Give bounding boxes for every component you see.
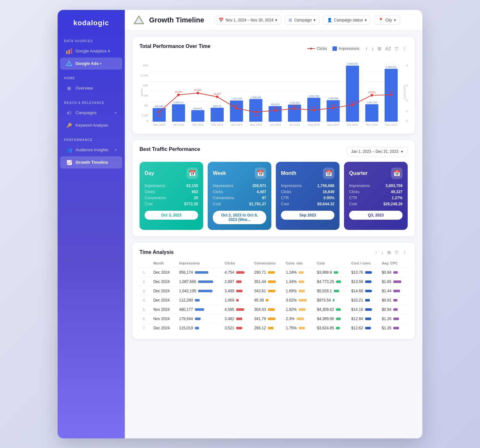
time-analysis-table-container: Month Impressions Clicks Conversions Con… [140, 259, 408, 333]
quarter-impressions-row: Impressions 3,893,759 [349, 184, 403, 188]
row-conversions: 342.61 [251, 286, 283, 295]
campaign-filter-label: Campaign [294, 18, 312, 22]
row-impressions: 1,042,195 [176, 286, 221, 295]
col-cost[interactable]: Cost [314, 259, 348, 268]
sidebar-item-keyword[interactable]: 🔑 Keyword Analysis [60, 119, 122, 131]
day-conversions-row: Conversions 20 [145, 196, 198, 200]
col-avg-cpc[interactable]: Avg. CPC [379, 259, 408, 268]
col-conversions[interactable]: Conversions [251, 259, 283, 268]
row-num: 7. [140, 323, 150, 333]
table-header-row: Month Impressions Clicks Conversions Con… [140, 259, 408, 268]
sidebar-item-audience-label: Audience Insights [76, 147, 112, 152]
time-analysis-table: Month Impressions Clicks Conversions Con… [140, 259, 408, 333]
ta-table-btn[interactable]: ⊞ [386, 249, 392, 255]
page-header: Growth Timeline 📅 Nov 1, 2024 – Nov 30, … [125, 10, 422, 31]
svg-text:0: 0 [406, 119, 408, 122]
legend-impressions: Impressions [332, 46, 359, 51]
table-btn[interactable]: ⊞ [377, 45, 382, 52]
az-btn[interactable]: AZ [384, 45, 392, 52]
row-cost-conv: $13.58 [348, 277, 379, 286]
row-impressions: 179,544 [176, 314, 221, 323]
sidebar-reach-label: Reach & Relevance [58, 98, 125, 106]
sidebar-section-home: Home ⊞ Overview [58, 73, 125, 95]
svg-text:6,198: 6,198 [253, 114, 259, 117]
row-month: Nov 2024 [150, 305, 176, 314]
month-date-button[interactable]: Sep 2023 [281, 211, 334, 220]
week-card-header: Week 📅 [213, 168, 266, 179]
day-date-button[interactable]: Oct 3, 2023 [145, 211, 198, 220]
sidebar-item-growth[interactable]: 📈 Growth Timeline [60, 156, 122, 169]
col-impressions[interactable]: Impressions [176, 259, 221, 268]
day-impressions-row: Impressions 62,150 [145, 184, 198, 188]
sidebar-item-ga4[interactable]: Google Analytics 4 [60, 45, 122, 57]
ta-more-btn[interactable]: ⋮ [401, 249, 408, 255]
row-conv-rate: 3.02% [283, 295, 314, 305]
sort-down-btn[interactable]: ↓ [371, 45, 375, 52]
more-btn[interactable]: ⋮ [401, 45, 408, 52]
svg-rect-33 [191, 110, 204, 122]
day-card-title: Day [145, 170, 154, 176]
ta-filter-btn[interactable]: ▽ [394, 249, 399, 255]
day-conversions-label: Conversions [145, 196, 166, 200]
ta-sort-up-btn[interactable]: ↑ [374, 249, 378, 255]
sidebar-item-campaigns[interactable]: 🏷 Campaigns ▾ [60, 107, 122, 119]
audience-icon: 👥 [66, 147, 72, 153]
filter-btn[interactable]: ▽ [394, 45, 399, 52]
svg-point-57 [196, 92, 199, 94]
svg-text:7,530: 7,530 [156, 114, 163, 117]
total-performance-card: Total Performance Over Time Clicks [132, 37, 415, 134]
row-cost: $4,773.25 [314, 277, 348, 286]
svg-text:13,081: 13,081 [194, 89, 202, 91]
col-cost-conv[interactable]: Cost / conv. [348, 259, 379, 268]
row-clicks: 2,897 [221, 277, 251, 286]
row-month: Dec 2024 [150, 323, 176, 333]
ta-sort-down-btn[interactable]: ↓ [380, 249, 384, 255]
day-card-header: Day 📅 [145, 168, 198, 179]
table-row: 7. Dec 2024 115,019 3,521 266.12 1.75% [140, 323, 408, 333]
date-range-chevron: ▾ [401, 149, 403, 154]
row-conversions: 304.43 [251, 305, 283, 314]
table-row: 5. Nov 2024 480,177 4,585 304.43 1.82% [140, 305, 408, 314]
svg-rect-31 [172, 104, 185, 122]
svg-text:8,018: 8,018 [292, 104, 298, 107]
row-impressions: 1,087,665 [176, 277, 221, 286]
status-filter[interactable]: 👤 Campaign status ▾ [323, 15, 371, 25]
sidebar-item-audience[interactable]: 👥 Audience Insights ▾ [60, 144, 122, 156]
col-month[interactable]: Month [150, 259, 176, 268]
row-num: 4. [140, 295, 150, 305]
city-filter[interactable]: 📍 City ▾ [374, 15, 400, 25]
sidebar-item-overview[interactable]: ⊞ Overview [60, 82, 122, 94]
svg-text:1,622,788: 1,622,788 [308, 94, 319, 97]
quarter-clicks-label: Clicks [349, 190, 359, 194]
best-traffic-date-range[interactable]: Jan 1, 2023 – Dec 31, 2023 ▾ [347, 147, 408, 156]
header-logo [134, 15, 144, 25]
quarter-date-button[interactable]: Q3, 2023 [349, 211, 403, 220]
table-row: 3. Dec 2024 1,042,195 3,489 342.61 1.69% [140, 286, 408, 295]
week-date-button[interactable]: Oct 2, 2023 to Oct 8, 2023 (Wee... [213, 211, 266, 224]
app-logo: kodalogic [58, 19, 125, 36]
svg-text:3,508,192: 3,508,192 [347, 62, 357, 65]
month-cost-value: $9,644.32 [317, 202, 334, 206]
campaign-filter[interactable]: ⊞ Campaign ▾ [284, 15, 320, 25]
svg-text:13,942: 13,942 [387, 90, 395, 93]
col-clicks[interactable]: Clicks [221, 259, 251, 268]
month-card-header: Month 📅 [281, 168, 334, 179]
row-cost: $5,028.1 [314, 286, 348, 295]
svg-rect-0 [66, 51, 68, 54]
week-calendar-icon: 📅 [255, 168, 266, 179]
sort-up-btn[interactable]: ↑ [364, 45, 369, 52]
svg-rect-1 [68, 50, 70, 54]
col-conv-rate[interactable]: Conv. rate [283, 259, 314, 268]
day-conversions-value: 20 [194, 196, 198, 200]
sidebar-item-google-ads[interactable]: Google Ads • [60, 58, 122, 70]
row-impressions: 112,290 [176, 295, 221, 305]
week-card-title: Week [213, 170, 226, 176]
row-avg-cpc: $0.94 [379, 305, 408, 314]
row-cost: $4,309.62 [314, 305, 348, 314]
row-cost: $4,389.96 [314, 314, 348, 323]
svg-text:Jun 2024: Jun 2024 [269, 123, 281, 126]
svg-text:1M: 1M [406, 109, 408, 113]
google-ads-icon [66, 60, 72, 67]
row-conv-rate: 1.69% [283, 286, 314, 295]
date-filter[interactable]: 📅 Nov 1, 2024 – Nov 30, 2024 ▾ [214, 15, 281, 25]
